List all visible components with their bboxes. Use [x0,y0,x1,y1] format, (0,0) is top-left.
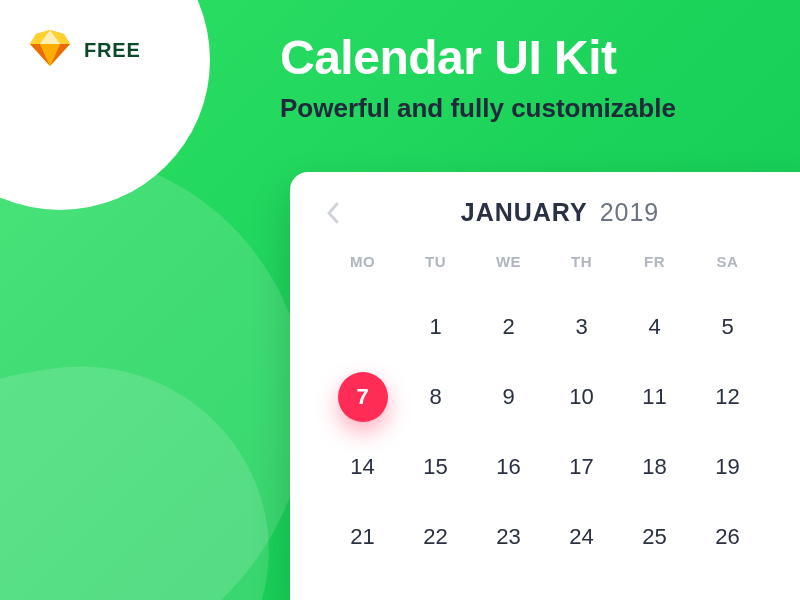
calendar-card: JANUARY 2019 MOTUWETHFRSA123457891011121… [290,172,800,600]
day-cell[interactable]: 2 [472,292,545,362]
day-cell[interactable]: 3 [545,292,618,362]
page-title: Calendar UI Kit [280,30,770,85]
month-year-label: JANUARY 2019 [356,198,764,227]
calendar-header: JANUARY 2019 [326,198,764,227]
weekday-header: TU [399,253,472,292]
decor-blob-2 [0,336,300,600]
day-number: 11 [642,384,666,410]
day-number: 22 [423,524,447,550]
day-number: 3 [575,314,587,340]
day-number: 15 [423,454,447,480]
weekday-header: SA [691,253,764,292]
free-label: FREE [84,39,141,62]
page-subtitle: Powerful and fully customizable [280,93,770,124]
prev-month-button[interactable] [326,202,340,224]
day-cell[interactable]: 9 [472,362,545,432]
day-number: 17 [569,454,593,480]
day-cell[interactable]: 18 [618,432,691,502]
day-cell[interactable]: 15 [399,432,472,502]
day-cell[interactable]: 24 [545,502,618,572]
day-number: 25 [642,524,666,550]
day-number: 8 [429,384,441,410]
calendar-grid: MOTUWETHFRSA1234578910111214151617181921… [326,253,764,572]
day-number: 9 [502,384,514,410]
day-number: 18 [642,454,666,480]
weekday-header: FR [618,253,691,292]
day-number: 7 [356,384,368,410]
day-cell[interactable]: 16 [472,432,545,502]
day-number: 1 [429,314,441,340]
day-number: 10 [569,384,593,410]
day-cell-empty [326,292,399,362]
day-number: 24 [569,524,593,550]
day-cell[interactable]: 23 [472,502,545,572]
month-label: JANUARY [461,198,588,226]
day-cell[interactable]: 8 [399,362,472,432]
day-cell[interactable]: 11 [618,362,691,432]
day-number: 12 [715,384,739,410]
day-number: 23 [496,524,520,550]
day-cell[interactable]: 10 [545,362,618,432]
day-cell[interactable]: 7 [326,362,399,432]
sketch-icon [30,30,70,70]
day-cell[interactable]: 19 [691,432,764,502]
day-cell[interactable]: 26 [691,502,764,572]
day-cell[interactable]: 14 [326,432,399,502]
weekday-header: WE [472,253,545,292]
day-number: 2 [502,314,514,340]
day-cell[interactable]: 5 [691,292,764,362]
corner-badge: FREE [0,0,210,210]
year-label: 2019 [600,198,660,226]
headline: Calendar UI Kit Powerful and fully custo… [280,30,770,124]
day-cell[interactable]: 21 [326,502,399,572]
weekday-header: TH [545,253,618,292]
day-cell[interactable]: 17 [545,432,618,502]
day-number: 19 [715,454,739,480]
day-cell[interactable]: 1 [399,292,472,362]
day-cell[interactable]: 12 [691,362,764,432]
day-number: 26 [715,524,739,550]
day-number: 16 [496,454,520,480]
day-cell[interactable]: 4 [618,292,691,362]
day-number: 5 [721,314,733,340]
weekday-header: MO [326,253,399,292]
day-cell[interactable]: 22 [399,502,472,572]
promo-stage: FREE Calendar UI Kit Powerful and fully … [0,0,800,600]
day-number: 21 [350,524,374,550]
day-number: 14 [350,454,374,480]
day-cell[interactable]: 25 [618,502,691,572]
day-number: 4 [648,314,660,340]
